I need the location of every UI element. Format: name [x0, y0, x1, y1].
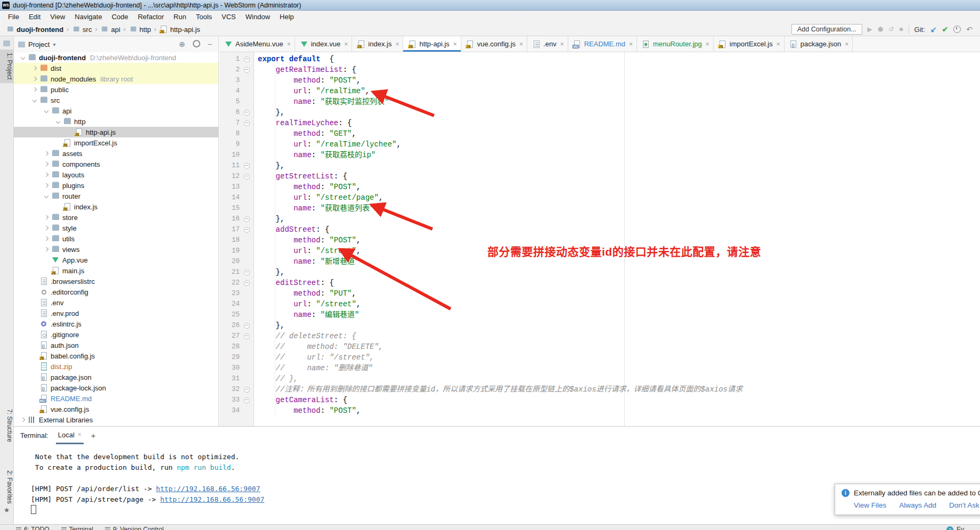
tree-item[interactable]: dist — [14, 63, 218, 74]
close-icon[interactable]: × — [629, 40, 633, 48]
tree-item[interactable]: MDREADME.md — [14, 393, 218, 404]
tree-item[interactable]: .eslintrc.js — [14, 319, 218, 329]
tab-menuRouter.jpg[interactable]: menuRouter.jpg× — [637, 36, 714, 52]
tab-http-api.js[interactable]: JShttp-api.js× — [403, 36, 461, 52]
menu-tools[interactable]: Tools — [191, 12, 217, 22]
new-terminal-icon[interactable]: + — [91, 431, 96, 440]
tab-index.vue[interactable]: index.vue× — [295, 36, 353, 52]
chevron-icon[interactable] — [42, 162, 51, 166]
run-icon[interactable]: ▶ — [868, 26, 872, 33]
tree-item[interactable]: JSindex.js — [14, 201, 218, 212]
status-item-terminal[interactable]: Terminal — [61, 525, 93, 530]
chevron-icon[interactable] — [30, 77, 39, 80]
chevron-icon[interactable] — [42, 237, 51, 240]
breadcrumb-item[interactable]: JShttp-api.js — [158, 25, 201, 34]
tree-item[interactable]: {}auth.json — [14, 340, 218, 350]
hide-panel-icon[interactable]: − — [206, 40, 214, 48]
tree-item[interactable]: .env — [14, 297, 218, 308]
tree-item[interactable]: duoji-frontendD:\zheheWeb\duoji-frontend — [14, 52, 218, 63]
breadcrumb-item[interactable]: http — [127, 25, 153, 34]
menu-vcs[interactable]: VCS — [217, 12, 241, 22]
tab-vue.config.js[interactable]: JSvue.config.js× — [461, 36, 527, 52]
coverage-icon[interactable]: ↺ — [888, 26, 894, 33]
chevron-icon[interactable] — [42, 173, 51, 176]
tree-item[interactable]: JSimportExcel.js — [14, 137, 218, 148]
tab-README.md[interactable]: MDREADME.md× — [568, 36, 637, 52]
close-icon[interactable]: × — [777, 40, 780, 48]
terminal-link[interactable]: http://192.168.66.56:9007 — [156, 485, 260, 493]
tab-importExcel.js[interactable]: JSimportExcel.js× — [714, 36, 785, 52]
breadcrumb-item[interactable]: duoji-frontend — [4, 25, 65, 34]
menu-view[interactable]: View — [45, 12, 70, 22]
fold-icon[interactable]: − — [244, 120, 250, 126]
tree-item[interactable]: components — [14, 159, 218, 169]
close-icon[interactable]: × — [560, 40, 564, 48]
status-item-9-version-control[interactable]: 9: Version Control — [105, 525, 164, 530]
tree-item[interactable]: dist.zip — [14, 361, 218, 372]
tree-item[interactable]: assets — [14, 148, 218, 159]
rollback-icon[interactable]: ↶ — [966, 25, 973, 34]
tree-item[interactable]: External Libraries — [14, 414, 218, 425]
tree-item[interactable]: utils — [14, 233, 218, 244]
tree-item[interactable]: JSmain.js — [14, 265, 218, 276]
chevron-icon[interactable] — [42, 248, 51, 251]
tree-item[interactable]: http — [14, 116, 218, 127]
tab-index.js[interactable]: JSindex.js× — [352, 36, 403, 52]
tree-item[interactable]: .browserslistrc — [14, 276, 218, 287]
event-log-label[interactable]: Ev — [957, 526, 964, 530]
tree-item[interactable]: public — [14, 84, 218, 95]
close-icon[interactable]: × — [453, 40, 457, 48]
fold-icon[interactable]: − — [244, 280, 250, 286]
chevron-icon[interactable] — [30, 88, 39, 91]
close-icon[interactable]: × — [287, 40, 291, 48]
fold-icon[interactable]: − — [244, 323, 250, 329]
menu-refactor[interactable]: Refactor — [133, 12, 169, 22]
fold-icon[interactable]: − — [244, 174, 250, 180]
tab-package.json[interactable]: {}package.json× — [785, 36, 853, 52]
menu-window[interactable]: Window — [241, 12, 275, 22]
chevron-icon[interactable] — [30, 67, 39, 70]
tree-item[interactable]: api — [14, 105, 218, 116]
stop-icon[interactable]: ■ — [899, 26, 903, 33]
tree-item[interactable]: views — [14, 244, 218, 255]
close-icon[interactable]: × — [519, 40, 523, 48]
chevron-icon[interactable] — [30, 99, 39, 102]
fold-icon[interactable]: − — [244, 270, 250, 275]
close-icon[interactable]: × — [706, 40, 709, 48]
add-configuration-button[interactable]: Add Configuration... — [791, 24, 862, 35]
tree-item[interactable]: node_moduleslibrary root — [14, 74, 218, 84]
stripe-project-button[interactable]: 1: Project — [0, 50, 13, 83]
notification-action[interactable]: View Files — [854, 501, 886, 509]
git-commit-icon[interactable]: ✔ — [942, 25, 949, 34]
menu-edit[interactable]: Edit — [24, 12, 45, 22]
terminal-link[interactable]: http://192.168.66.56:9007 — [160, 495, 265, 503]
tree-item[interactable]: .editorconfig — [14, 287, 218, 297]
fold-icon[interactable]: − — [244, 387, 250, 393]
fold-icon[interactable]: − — [244, 56, 250, 62]
close-icon[interactable]: × — [78, 431, 81, 438]
history-icon[interactable] — [953, 26, 961, 33]
tree-item[interactable]: style — [14, 223, 218, 233]
git-update-icon[interactable]: ↙ — [930, 25, 937, 34]
tree-item[interactable]: .env.prod — [14, 308, 218, 319]
code-area[interactable]: 1−export default {2− getRealTimeList: {3… — [219, 52, 980, 426]
close-icon[interactable]: × — [344, 40, 348, 48]
chevron-icon[interactable] — [42, 152, 51, 155]
chevron-icon[interactable] — [53, 120, 63, 123]
fold-icon[interactable]: − — [244, 163, 250, 169]
tree-item[interactable]: plugins — [14, 180, 218, 191]
tree-item[interactable]: {}package-lock.json — [14, 382, 218, 393]
tree-item[interactable]: layouts — [14, 169, 218, 180]
tab-.env[interactable]: .env× — [527, 36, 568, 52]
debug-icon[interactable]: ⬢ — [878, 26, 883, 33]
tree-item[interactable]: JSbabel.config.js — [14, 350, 218, 361]
status-item-6-todo[interactable]: 6: TODO — [16, 525, 50, 530]
chevron-icon[interactable] — [42, 194, 51, 198]
chevron-icon[interactable] — [18, 56, 28, 59]
chevron-icon[interactable] — [42, 226, 51, 230]
close-icon[interactable]: × — [845, 40, 848, 48]
menu-run[interactable]: Run — [169, 12, 191, 22]
fold-icon[interactable]: − — [244, 216, 250, 222]
menu-code[interactable]: Code — [107, 12, 133, 22]
menu-navigate[interactable]: Navigate — [70, 12, 107, 22]
